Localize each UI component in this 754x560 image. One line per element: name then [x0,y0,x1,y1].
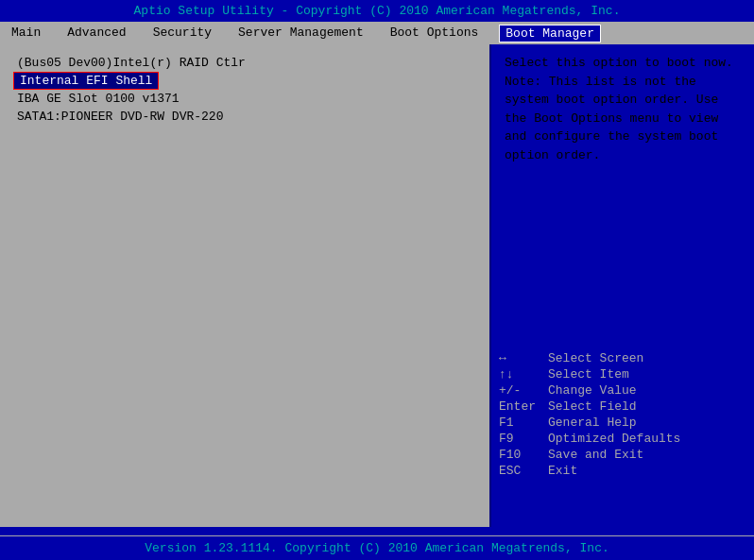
key-row: +/-Change Value [499,383,745,398]
key-shortcut: F1 [499,416,548,430]
title-text: Aptio Setup Utility - Copyright (C) 2010… [134,4,621,18]
key-row: EnterSelect Field [499,399,745,414]
key-shortcut: F9 [499,432,548,446]
key-shortcut: ↔ [499,351,548,365]
key-shortcut: ESC [499,464,548,478]
key-description: Select Field [548,399,637,414]
key-shortcut: ↑↓ [499,367,548,382]
key-row: F10Save and Exit [499,448,745,462]
footer: Version 1.23.1114. Copyright (C) 2010 Am… [0,535,754,560]
key-shortcut: F10 [499,448,548,462]
menu-item-boot-manager[interactable]: Boot Manager [499,25,601,42]
key-description: Change Value [548,383,637,398]
key-shortcut: +/- [499,383,548,398]
footer-text: Version 1.23.1114. Copyright (C) 2010 Am… [145,541,608,555]
left-panel: (Bus05 Dev00)Intel(r) RAID CtlrInternal … [0,44,491,527]
key-description: General Help [548,416,637,430]
key-row: ESCExit [499,464,745,478]
boot-item[interactable]: (Bus05 Dev00)Intel(r) RAID Ctlr [13,54,476,72]
title-bar: Aptio Setup Utility - Copyright (C) 2010… [0,0,754,23]
key-row: ↑↓Select Item [499,367,745,382]
key-shortcut: Enter [499,399,548,414]
main-content: (Bus05 Dev00)Intel(r) RAID CtlrInternal … [0,44,754,527]
menu-item-advanced[interactable]: Advanced [61,25,131,42]
key-row: F9Optimized Defaults [499,432,745,446]
boot-item[interactable]: SATA1:PIONEER DVD-RW DVR-220 [13,108,476,126]
help-text: Select this option to boot now. Note: Th… [505,54,741,164]
key-row: ↔Select Screen [499,351,745,365]
right-panel-wrapper: Select this option to boot now. Note: Th… [491,44,754,527]
menu-item-server-management[interactable]: Server Management [232,25,369,42]
key-description: Select Screen [548,351,643,365]
menu-bar: MainAdvancedSecurityServer ManagementBoo… [0,23,754,44]
key-description: Optimized Defaults [548,432,680,446]
menu-item-security[interactable]: Security [147,25,217,42]
key-row: F1General Help [499,416,745,430]
menu-item-boot-options[interactable]: Boot Options [385,25,485,42]
boot-item[interactable]: Internal EFI Shell [13,72,159,90]
key-description: Select Item [548,367,629,382]
menu-item-main[interactable]: Main [6,25,46,42]
key-description: Exit [548,464,577,478]
key-description: Save and Exit [548,448,643,462]
boot-item[interactable]: IBA GE Slot 0100 v1371 [13,90,476,108]
key-legend: ↔Select Screen↑↓Select Item+/-Change Val… [499,351,745,480]
help-content: Select this option to boot now. Note: Th… [505,56,733,162]
